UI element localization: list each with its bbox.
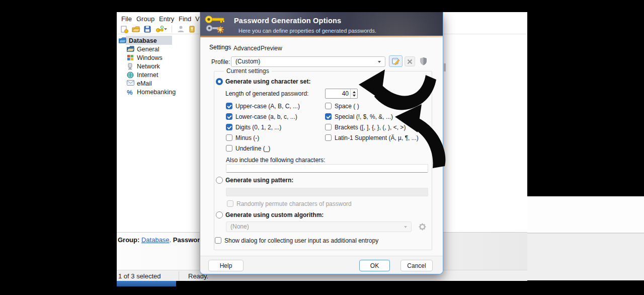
tree-item-label: Homebanking xyxy=(137,89,176,96)
radio-custom-algorithm[interactable] xyxy=(216,211,223,218)
delete-profile-button[interactable] xyxy=(405,56,415,66)
keys-icon xyxy=(204,15,229,35)
database-folder-icon xyxy=(119,37,126,44)
profile-combobox[interactable]: (Custom) xyxy=(231,56,385,67)
detail-group-label: Group: xyxy=(118,236,139,244)
checkbox-permute xyxy=(227,200,233,207)
dialog-banner: Password Generation Options Here you can… xyxy=(200,12,443,36)
background-window-fragment xyxy=(527,196,644,233)
checkbox-space-label[interactable]: Space ( ) xyxy=(335,103,359,110)
save-profile-button[interactable] xyxy=(389,55,403,67)
menu-entry[interactable]: Entry xyxy=(159,15,174,23)
network-icon xyxy=(127,63,134,70)
checkbox-brackets-label[interactable]: Brackets ([, ], {, }, (, ), <, >) xyxy=(335,124,406,131)
chevron-down-icon xyxy=(378,61,381,63)
envelope-icon xyxy=(127,80,134,87)
tree-item-label: Windows xyxy=(137,54,163,61)
pattern-input xyxy=(226,188,428,196)
user-icon[interactable] xyxy=(176,25,185,33)
groupbox-title: Current settings xyxy=(224,67,272,75)
password-generation-dialog: Password Generation Options Here you can… xyxy=(200,12,443,274)
menu-group[interactable]: Group xyxy=(136,15,154,23)
spinner-buttons[interactable] xyxy=(350,89,357,98)
checkbox-special-label[interactable]: Special (!, $, %, &, ...) xyxy=(335,113,393,120)
dialog-subtitle: Here you can define properties of genera… xyxy=(238,28,376,34)
tree-item-email[interactable]: eMail xyxy=(127,79,152,88)
status-divider xyxy=(179,271,179,280)
checkbox-underline[interactable] xyxy=(226,145,232,152)
save-icon[interactable] xyxy=(143,25,152,33)
checkbox-minus-label[interactable]: Minus (-) xyxy=(235,134,259,141)
detail-separator: . xyxy=(170,236,173,244)
banner-accent-rule xyxy=(200,36,443,37)
tree-item-internet[interactable]: Internet xyxy=(127,70,158,79)
also-include-input[interactable] xyxy=(226,164,428,173)
menu-file[interactable]: File xyxy=(121,15,132,23)
checkbox-lower-case-label[interactable]: Lower-case (a, b, c, ...) xyxy=(235,113,297,120)
checkbox-entropy-label[interactable]: Show dialog for collecting user input as… xyxy=(224,237,378,244)
save-profile-icon xyxy=(392,57,400,65)
checkbox-entropy[interactable] xyxy=(215,237,221,244)
radio-pattern-label[interactable]: Generate using pattern: xyxy=(225,177,293,184)
checkbox-digits-label[interactable]: Digits (0, 1, 2, ...) xyxy=(235,124,281,131)
folder-icon xyxy=(127,46,134,53)
tab-advanced[interactable]: Advanced xyxy=(233,45,260,52)
checkbox-upper-case-label[interactable]: Upper-case (A, B, C, ...) xyxy=(235,103,300,110)
checkbox-brackets[interactable] xyxy=(325,124,332,130)
spin-up-icon[interactable] xyxy=(353,91,356,93)
help-button[interactable]: Help xyxy=(208,260,244,271)
radio-pattern[interactable] xyxy=(216,177,223,184)
tree-item-label: General xyxy=(137,46,159,53)
open-database-icon[interactable] xyxy=(131,25,140,33)
tree-item-label: eMail xyxy=(137,80,152,87)
detail-group-link[interactable]: Database xyxy=(141,236,170,244)
length-value[interactable]: 40 xyxy=(326,89,350,98)
checkbox-space[interactable] xyxy=(325,103,332,109)
tree-item-network[interactable]: Network xyxy=(127,62,160,70)
checkbox-underline-label[interactable]: Underline (_) xyxy=(235,145,270,152)
profile-label: Profile: xyxy=(211,58,230,65)
checkbox-special[interactable] xyxy=(325,113,332,120)
menu-find[interactable]: Find xyxy=(179,15,191,23)
algorithm-options-button xyxy=(416,222,428,232)
gear-icon xyxy=(419,223,426,231)
checkbox-upper-case[interactable] xyxy=(226,103,232,109)
algorithm-combobox: (None) xyxy=(226,222,412,232)
tree-item-general[interactable]: General xyxy=(127,45,159,53)
tree-item-label: Database xyxy=(129,37,157,44)
checkbox-latin1[interactable] xyxy=(325,134,332,141)
scrollbar-thumb[interactable] xyxy=(444,63,446,71)
tab-settings[interactable]: Settings xyxy=(209,44,231,51)
screenshot-stage: File Group Entry Find View xyxy=(0,0,644,295)
windows-logo-icon xyxy=(127,54,134,61)
add-entry-dropdown-icon[interactable] xyxy=(164,28,167,30)
background-panel-fragment xyxy=(527,234,644,280)
tree-item-database[interactable]: Database xyxy=(119,36,157,45)
tree-item-windows[interactable]: Windows xyxy=(127,53,163,62)
percent-icon: % xyxy=(127,89,134,96)
radio-character-set[interactable] xyxy=(216,78,223,85)
checkbox-digits[interactable] xyxy=(226,124,232,130)
dialog-title: Password Generation Options xyxy=(234,17,341,25)
checkbox-minus[interactable] xyxy=(226,134,232,141)
tab-preview[interactable]: Preview xyxy=(261,45,282,52)
ok-button[interactable]: OK xyxy=(359,260,390,271)
dialog-footer: Help OK Cancel xyxy=(200,256,443,274)
checkbox-latin1-label[interactable]: Latin-1 Supplement (Ä, µ, ¶, ...) xyxy=(335,134,419,141)
status-selection: 1 of 3 selected xyxy=(118,272,161,280)
checkbox-lower-case[interactable] xyxy=(226,113,232,120)
new-database-icon[interactable] xyxy=(120,25,129,33)
add-entry-icon[interactable] xyxy=(154,25,168,33)
spin-down-icon[interactable] xyxy=(353,95,356,97)
algorithm-value: (None) xyxy=(230,223,249,231)
radio-custom-algorithm-label[interactable]: Generate using custom algorithm: xyxy=(225,211,324,218)
close-x-icon xyxy=(407,59,413,64)
cancel-button[interactable]: Cancel xyxy=(400,260,433,271)
key-icon[interactable] xyxy=(188,25,197,33)
tree-item-homebanking[interactable]: % Homebanking xyxy=(127,88,176,96)
length-spinner[interactable]: 40 xyxy=(325,89,358,99)
tree-item-label: Internet xyxy=(137,71,158,79)
radio-character-set-label[interactable]: Generate using character set: xyxy=(225,78,310,85)
checkbox-permute-label: Randomly permute characters of password xyxy=(236,200,352,207)
shield-button[interactable] xyxy=(418,56,429,66)
